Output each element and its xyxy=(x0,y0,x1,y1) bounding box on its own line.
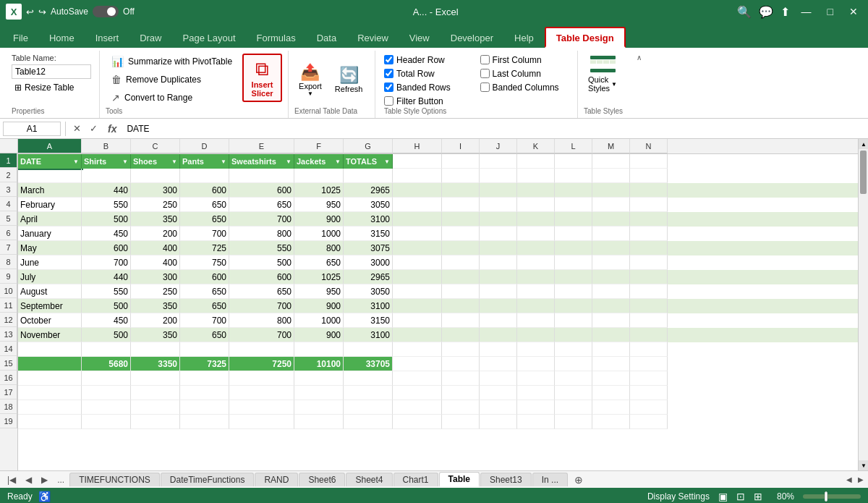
cell-l12[interactable] xyxy=(555,313,592,328)
cell-n19[interactable] xyxy=(630,415,668,429)
filter-button-input[interactable] xyxy=(384,96,393,106)
cell-g11[interactable]: 3100 xyxy=(344,299,393,313)
cell-g13[interactable]: 3100 xyxy=(344,328,393,342)
cell-n1[interactable] xyxy=(630,154,668,169)
cell-c3[interactable]: 300 xyxy=(131,183,180,198)
cell-e12[interactable]: 800 xyxy=(229,313,294,328)
cell-a13[interactable]: November xyxy=(18,328,82,342)
cell-i13[interactable] xyxy=(442,328,480,342)
cell-h19[interactable] xyxy=(393,415,442,429)
cell-n7[interactable] xyxy=(630,241,668,255)
cell-d9[interactable]: 600 xyxy=(180,270,229,284)
cell-i12[interactable] xyxy=(442,313,480,328)
cell-c9[interactable]: 300 xyxy=(131,270,180,284)
cell-d2[interactable] xyxy=(180,169,229,183)
tab-file[interactable]: File xyxy=(3,28,38,48)
cell-e18[interactable] xyxy=(229,400,294,415)
cell-f6[interactable]: 1000 xyxy=(294,227,344,241)
cell-l7[interactable] xyxy=(555,241,592,255)
cell-n14[interactable] xyxy=(630,342,668,357)
cell-c10[interactable]: 250 xyxy=(131,284,180,299)
scroll-thumb[interactable] xyxy=(860,151,867,194)
cell-k6[interactable] xyxy=(517,227,555,241)
display-settings-label[interactable]: Display Settings xyxy=(647,491,710,502)
row-header-4[interactable]: 4 xyxy=(0,197,17,211)
cell-e14[interactable] xyxy=(229,342,294,357)
undo-icon[interactable]: ↩ xyxy=(26,7,34,17)
cell-i2[interactable] xyxy=(442,169,480,183)
cell-a2[interactable] xyxy=(18,169,82,183)
cell-m1[interactable] xyxy=(592,154,630,169)
col-header-e[interactable]: E xyxy=(229,139,294,153)
cell-g1[interactable]: TOTALS ▼ xyxy=(344,154,393,169)
cell-f9[interactable]: 1025 xyxy=(294,270,344,284)
cell-k15[interactable] xyxy=(517,357,555,371)
cell-k8[interactable] xyxy=(517,255,555,270)
cell-e4[interactable]: 650 xyxy=(229,198,294,212)
cell-f2[interactable] xyxy=(294,169,344,183)
summarize-pivottable-button[interactable]: 📊 Summarize with PivotTable xyxy=(106,54,238,69)
cell-d6[interactable]: 700 xyxy=(180,227,229,241)
cell-c16[interactable] xyxy=(131,371,180,386)
sheet-tab-chart1[interactable]: Chart1 xyxy=(393,473,438,486)
cell-f5[interactable]: 900 xyxy=(294,212,344,227)
cell-k9[interactable] xyxy=(517,270,555,284)
banded-rows-input[interactable] xyxy=(384,83,393,92)
row-header-9[interactable]: 9 xyxy=(0,269,17,284)
cell-n8[interactable] xyxy=(630,255,668,270)
cell-j7[interactable] xyxy=(480,241,517,255)
cell-j13[interactable] xyxy=(480,328,517,342)
cell-k1[interactable] xyxy=(517,154,555,169)
cell-m15[interactable] xyxy=(592,357,630,371)
cell-c11[interactable]: 350 xyxy=(131,299,180,313)
cell-k12[interactable] xyxy=(517,313,555,328)
add-sheet-button[interactable]: ⊕ xyxy=(569,473,589,487)
header-row-input[interactable] xyxy=(384,55,393,64)
redo-icon[interactable]: ↪ xyxy=(38,7,46,17)
cell-j9[interactable] xyxy=(480,270,517,284)
cell-g12[interactable]: 3150 xyxy=(344,313,393,328)
close-button[interactable]: ✕ xyxy=(845,4,862,19)
last-column-checkbox[interactable]: Last Column xyxy=(480,67,569,80)
name-box[interactable] xyxy=(3,122,61,136)
cell-j4[interactable] xyxy=(480,198,517,212)
cell-i7[interactable] xyxy=(442,241,480,255)
cell-d13[interactable]: 650 xyxy=(180,328,229,342)
cell-f7[interactable]: 800 xyxy=(294,241,344,255)
cell-m8[interactable] xyxy=(592,255,630,270)
cell-l4[interactable] xyxy=(555,198,592,212)
cell-b19[interactable] xyxy=(82,415,131,429)
cell-c17[interactable] xyxy=(131,386,180,400)
banded-columns-input[interactable] xyxy=(480,83,490,92)
cell-j11[interactable] xyxy=(480,299,517,313)
cell-a4[interactable]: February xyxy=(18,198,82,212)
cell-j17[interactable] xyxy=(480,386,517,400)
row-header-15[interactable]: 15 xyxy=(0,356,17,371)
cell-c15[interactable]: 3350 xyxy=(131,357,180,371)
cell-k11[interactable] xyxy=(517,299,555,313)
cell-g17[interactable] xyxy=(344,386,393,400)
cell-a16[interactable] xyxy=(18,371,82,386)
row-header-12[interactable]: 12 xyxy=(0,313,17,327)
row-header-16[interactable]: 16 xyxy=(0,371,17,385)
cell-b7[interactable]: 600 xyxy=(82,241,131,255)
cell-m4[interactable] xyxy=(592,198,630,212)
col-header-h[interactable]: H xyxy=(393,139,442,153)
cell-e10[interactable]: 650 xyxy=(229,284,294,299)
col-header-b[interactable]: B xyxy=(82,139,131,153)
cancel-formula-button[interactable]: ✕ xyxy=(70,122,84,135)
vertical-scrollbar[interactable]: ▲ ▼ xyxy=(858,139,868,470)
row-header-6[interactable]: 6 xyxy=(0,226,17,240)
cell-b13[interactable]: 500 xyxy=(82,328,131,342)
cell-m10[interactable] xyxy=(592,284,630,299)
cell-a1[interactable]: DATE ▼ xyxy=(18,154,82,169)
cell-b15[interactable]: 5680 xyxy=(82,357,131,371)
cell-i3[interactable] xyxy=(442,183,480,198)
col-header-a[interactable]: A xyxy=(18,139,82,153)
cell-j8[interactable] xyxy=(480,255,517,270)
cell-j6[interactable] xyxy=(480,227,517,241)
cell-h15[interactable] xyxy=(393,357,442,371)
cell-f10[interactable]: 950 xyxy=(294,284,344,299)
cell-m19[interactable] xyxy=(592,415,630,429)
banded-columns-checkbox[interactable]: Banded Columns xyxy=(480,81,569,93)
